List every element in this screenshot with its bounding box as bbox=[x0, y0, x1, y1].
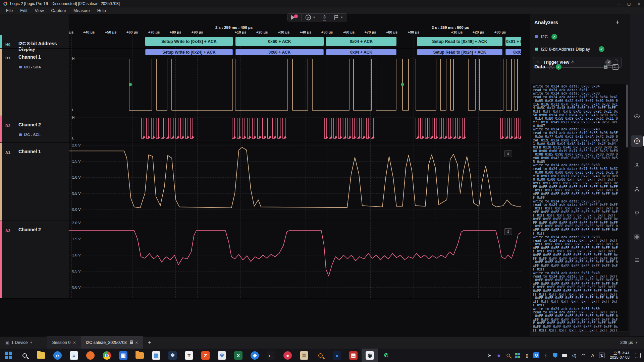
analyzers-flow-icon[interactable] bbox=[633, 185, 641, 193]
edge-browser[interactable]: e bbox=[49, 349, 66, 362]
ime-korean-icon[interactable]: 한 bbox=[599, 353, 604, 358]
analyzer-item-i2c-8bit[interactable]: I2C 8-bit Address Display bbox=[541, 47, 590, 52]
measurements-icon[interactable]: 10 bbox=[633, 137, 641, 145]
ime-a-icon[interactable]: A bbox=[590, 352, 596, 358]
photos-app[interactable]: ▦ bbox=[148, 349, 164, 362]
taskbar-search[interactable] bbox=[16, 349, 33, 362]
i2c-address-bubble[interactable]: 0x04 + ACK bbox=[326, 37, 396, 46]
console-line: F 0xFF bbox=[533, 196, 629, 200]
list-icon[interactable] bbox=[633, 256, 641, 264]
folder-app[interactable] bbox=[131, 349, 148, 362]
file-explorer[interactable] bbox=[33, 349, 49, 362]
firefox-browser[interactable] bbox=[82, 349, 99, 362]
menu-edit[interactable]: Edit bbox=[17, 8, 31, 14]
speaker-icon[interactable]: ◁) bbox=[571, 352, 577, 358]
terminal-view-icon[interactable]: >_ bbox=[612, 64, 619, 70]
tab-close-button[interactable]: ✕ bbox=[135, 341, 138, 345]
console-scrollbar[interactable] bbox=[626, 84, 628, 147]
close-button[interactable]: ✕ bbox=[634, 0, 644, 7]
timing-markers-icon[interactable]: 3 bbox=[633, 161, 641, 170]
win-colors-icon[interactable] bbox=[515, 352, 521, 358]
maximize-button[interactable]: ▢ bbox=[624, 0, 634, 7]
battery-icon[interactable] bbox=[561, 352, 568, 358]
storage-app[interactable]: ▣ bbox=[115, 349, 131, 362]
channel-label: I2C 8-bit Address Display bbox=[18, 41, 69, 52]
notes-pin-icon[interactable] bbox=[633, 209, 641, 218]
console-line: F 0xFF bbox=[533, 304, 629, 307]
i2c-frame-bubble[interactable]: 0x60 + ACK bbox=[235, 49, 324, 55]
add-analyzer-button[interactable]: + bbox=[615, 18, 619, 26]
i2c-frame-bubble[interactable]: Setup Write to [0x24] + ACK bbox=[145, 49, 233, 55]
menu-measure[interactable]: Measure bbox=[70, 8, 93, 14]
taskbar-clock[interactable]: 오후 3:412025-07-03 bbox=[608, 351, 632, 360]
z-app[interactable]: Z bbox=[197, 349, 214, 362]
pointer-shield-icon[interactable]: ➤ bbox=[486, 352, 492, 358]
ruler-tick-label: +90 μs bbox=[408, 30, 420, 34]
i2c-address-bubble[interactable]: 0x01 + NAK bbox=[505, 37, 521, 46]
play-capture-button[interactable] bbox=[288, 14, 301, 21]
minimize-button[interactable]: — bbox=[614, 0, 624, 7]
autoscale-button[interactable]: ⇕ bbox=[504, 228, 512, 235]
snowflake-app[interactable]: ❄ bbox=[164, 349, 181, 362]
extensions-grid-icon[interactable] bbox=[633, 233, 641, 241]
trigger-view-row[interactable]: › Trigger View ⚠ ✕ bbox=[533, 57, 622, 68]
i2c-frame-bubble[interactable]: 0x01 bbox=[505, 49, 521, 55]
terminal-app[interactable]: ›_ bbox=[263, 349, 279, 362]
compass-browser[interactable]: ◈ bbox=[247, 349, 263, 362]
display-radix-button[interactable]: 1F ▼ bbox=[302, 14, 319, 21]
wifi-icon[interactable]: ◠ bbox=[580, 352, 586, 358]
i2c-address-bubble[interactable]: Setup Write to [0x48] + ACK bbox=[145, 37, 233, 46]
gridline bbox=[306, 35, 306, 298]
tab-session-0[interactable]: Session 0✕ bbox=[47, 336, 81, 349]
help-question-icon[interactable]: ? bbox=[549, 65, 553, 69]
annotations-flag-button[interactable]: ▼ bbox=[330, 14, 347, 21]
menu-help[interactable]: Help bbox=[94, 8, 109, 14]
chrome-browser[interactable] bbox=[99, 349, 115, 362]
table-view-icon[interactable]: ▦ bbox=[603, 64, 608, 69]
new-tab-button[interactable]: + bbox=[143, 339, 156, 346]
trigger-marker-dot[interactable] bbox=[129, 83, 132, 86]
red-book-app[interactable]: ▤ bbox=[345, 349, 362, 362]
search-orange-app[interactable] bbox=[312, 349, 329, 362]
autoscale-button[interactable]: ⇕ bbox=[504, 150, 512, 157]
trigger-marker-dot[interactable] bbox=[401, 83, 404, 86]
annotations-eye-icon[interactable] bbox=[633, 112, 641, 121]
windows-start[interactable] bbox=[0, 349, 16, 362]
snowflake-app-2[interactable]: ❄ bbox=[214, 349, 230, 362]
logic2-app[interactable]: ◉ bbox=[362, 349, 378, 362]
waveform-canvas[interactable]: μs+40 μs+50 μs+60 μs+70 μs+80 μs+90 μs+1… bbox=[69, 14, 521, 298]
phone-app[interactable]: ✆ bbox=[378, 349, 394, 362]
usb-icon[interactable]: ▯ bbox=[524, 352, 530, 358]
data-console[interactable]: write to 0x24 ack data: 0x60 0x04read to… bbox=[531, 84, 629, 332]
i2c-frame-bubble[interactable]: Setup Read to [0x24] + ACK bbox=[417, 49, 502, 55]
zoom-level-control[interactable]: 208 μs ▼ bbox=[620, 340, 644, 345]
device-chooser[interactable]: ▣ 1 Device ▼ bbox=[0, 336, 38, 349]
z-app-glyph: Z bbox=[201, 351, 210, 360]
blue-dot-app[interactable]: ● bbox=[329, 349, 345, 362]
notepad-app[interactable]: ≡ bbox=[66, 349, 82, 362]
i2c-address-bubble[interactable]: 0x60 + ACK bbox=[235, 37, 324, 46]
menu-file[interactable]: File bbox=[3, 8, 16, 14]
i2c-frame-bubble[interactable]: 0x04 + ACK bbox=[326, 49, 396, 55]
tab-i2c-saleae-20250703[interactable]: I2C saleae_20250703✕ bbox=[81, 336, 144, 349]
capture-toolbar: 1F ▼ 3 ▼ bbox=[287, 13, 347, 21]
badge-app-icon[interactable]: ◆ bbox=[496, 352, 502, 358]
menu-capture[interactable]: Capture bbox=[48, 8, 69, 14]
ruler-tick-label: +10 μs bbox=[235, 30, 247, 34]
gridline bbox=[284, 35, 284, 298]
outlook-icon[interactable]: O bbox=[533, 352, 539, 358]
defender-shield-icon[interactable] bbox=[552, 352, 558, 358]
i2c-address-bubble[interactable]: Setup Read to [0x49] + ACK bbox=[417, 37, 502, 46]
excel-app[interactable]: X bbox=[230, 349, 247, 362]
docs-app[interactable]: ≣ bbox=[296, 349, 312, 362]
analyzer-item-i2c[interactable]: I2C bbox=[541, 34, 548, 39]
tab-close-button[interactable]: ✕ bbox=[73, 341, 76, 345]
notification-center-icon[interactable] bbox=[635, 353, 641, 358]
timing-markers-button[interactable]: 3 bbox=[319, 14, 330, 21]
tray-search-icon[interactable] bbox=[505, 352, 511, 358]
media-app[interactable]: ● bbox=[279, 349, 296, 362]
t-doc-app[interactable]: T bbox=[181, 349, 197, 362]
menu-view[interactable]: View bbox=[32, 8, 47, 14]
gridline bbox=[175, 35, 176, 298]
bluetooth-icon[interactable]: ᛒ bbox=[543, 352, 549, 358]
